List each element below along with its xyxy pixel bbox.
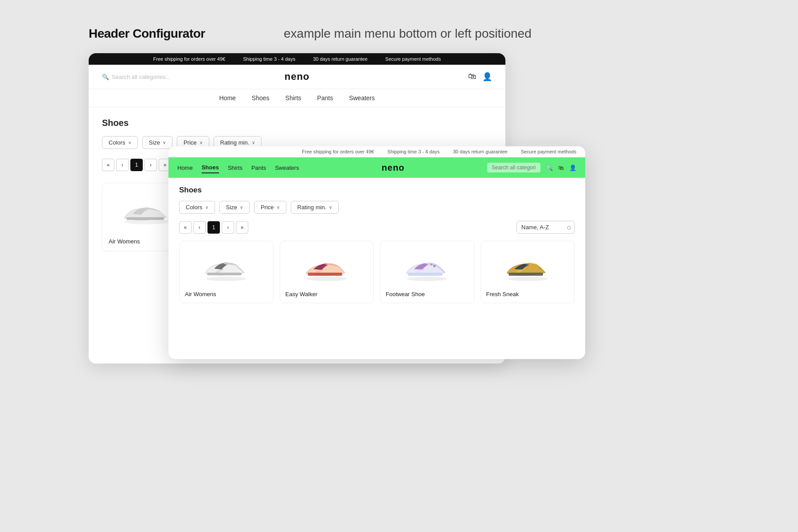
product-card-3[interactable]: Fresh Sneak — [481, 241, 575, 303]
product-card-2[interactable]: Footwear Shoe — [380, 241, 474, 303]
filter-size[interactable]: Size ∨ — [142, 136, 172, 149]
product-name-0: Air Womens — [185, 291, 268, 297]
nav-right: 🔍 🛍 👤 — [487, 163, 576, 172]
green-nav: Home Shoes Shirts Pants Sweaters neno 🔍 … — [168, 157, 585, 178]
product-img-3 — [486, 246, 569, 286]
banner-item-2: Shipping time 3 - 4 days — [243, 56, 295, 62]
info-4: Secure payment methods — [521, 149, 576, 154]
nav-home[interactable]: Home — [219, 94, 235, 102]
user-icon[interactable]: 👤 — [482, 72, 492, 82]
front-user-icon[interactable]: 👤 — [569, 164, 576, 171]
size-arrow: ∨ — [163, 140, 166, 145]
filter-colors[interactable]: Colors ∨ — [102, 136, 138, 149]
page-title-left: Header Configurator — [89, 27, 205, 41]
front-page-current[interactable]: 1 — [207, 221, 220, 234]
svg-rect-1 — [126, 217, 164, 220]
front-search-icon[interactable]: 🔍 — [546, 164, 553, 171]
logo: neno — [232, 71, 362, 82]
shoe-svg — [120, 196, 173, 227]
info-bar: Free shipping for orders over 49€ Shippi… — [168, 146, 585, 157]
banner-item-4: Secure payment methods — [385, 56, 441, 62]
search-icon: 🔍 — [102, 74, 109, 80]
nav-shoes-front[interactable]: Shoes — [202, 162, 219, 173]
front-cart-icon[interactable]: 🛍 — [558, 164, 564, 171]
page-next[interactable]: › — [145, 159, 157, 171]
front-filter-price[interactable]: Price ∨ — [254, 201, 286, 214]
nav-sweaters[interactable]: Sweaters — [349, 94, 375, 102]
svg-point-2 — [206, 277, 246, 281]
front-sort-wrapper[interactable]: Name, A-Z Name, Z-A Price Low-High Price… — [516, 221, 575, 234]
nav-pants-front[interactable]: Pants — [251, 163, 266, 173]
top-banner: Free shipping for orders over 49€ Shippi… — [89, 53, 505, 65]
front-page-next[interactable]: › — [222, 221, 234, 234]
front-colors-arrow: ∨ — [205, 205, 208, 210]
product-name-2: Footwear Shoe — [386, 291, 469, 297]
front-filter-rating[interactable]: Rating min. ∨ — [291, 201, 339, 214]
product-name-1: Easy Walker — [286, 291, 368, 297]
banner-item-1: Free shipping for orders over 49€ — [153, 56, 226, 62]
front-filter-size[interactable]: Size ∨ — [219, 201, 250, 214]
page-first[interactable]: « — [102, 159, 114, 171]
rating-arrow: ∨ — [252, 140, 255, 145]
svg-rect-3 — [207, 273, 242, 275]
front-filters: Colors ∨ Size ∨ Price ∨ Rating min. ∨ — [179, 201, 575, 214]
front-rating-arrow: ∨ — [329, 205, 332, 210]
page-title: Shoes — [102, 118, 492, 128]
front-price-arrow: ∨ — [277, 205, 280, 210]
nav-pants[interactable]: Pants — [317, 94, 333, 102]
info-3: 30 days return guarantee — [453, 149, 508, 154]
front-page-title: Shoes — [179, 186, 575, 195]
main-nav: Home Shoes Shirts Pants Sweaters — [89, 89, 505, 107]
colors-arrow: ∨ — [128, 140, 131, 145]
nav-shirts-front[interactable]: Shirts — [228, 163, 243, 173]
front-search-input[interactable] — [487, 163, 540, 172]
page-title-right: example main menu bottom or left positio… — [284, 27, 532, 41]
banner-item-3: 30 days return guarantee — [313, 56, 368, 62]
product-card-0[interactable]: Air Womens — [179, 241, 274, 303]
products-grid: Air Womens Easy Walker — [179, 241, 575, 303]
nav-links: Home Shoes Shirts Pants Sweaters — [177, 162, 299, 173]
front-content: Shoes Colors ∨ Size ∨ Price ∨ Rating min… — [168, 178, 585, 311]
front-pagination-sort: « ‹ 1 › » Name, A-Z Name, Z-A Price Low-… — [179, 221, 575, 234]
front-page-first[interactable]: « — [179, 221, 192, 234]
product-1-svg — [302, 249, 351, 284]
product-img-2 — [386, 246, 469, 286]
pagination: « ‹ 1 › » — [102, 159, 171, 171]
page-prev[interactable]: ‹ — [116, 159, 129, 171]
front-page-prev[interactable]: ‹ — [193, 221, 206, 234]
product-0-svg — [202, 249, 250, 284]
front-filter-colors[interactable]: Colors ∨ — [179, 201, 215, 214]
product-img-1 — [286, 246, 368, 286]
cart-icon[interactable]: 🛍 — [468, 72, 476, 82]
front-pagination: « ‹ 1 › » — [179, 221, 248, 234]
front-sort-select[interactable]: Name, A-Z Name, Z-A Price Low-High Price… — [516, 221, 575, 234]
front-logo: neno — [299, 163, 487, 173]
product-card-1[interactable]: Easy Walker — [280, 241, 374, 303]
header-icons: 🛍 👤 — [362, 72, 492, 82]
svg-point-4 — [307, 277, 347, 281]
svg-point-10 — [508, 277, 548, 281]
svg-point-9 — [430, 264, 433, 266]
search-area[interactable]: 🔍 Search all categories... — [102, 74, 232, 80]
nav-shirts[interactable]: Shirts — [286, 94, 301, 102]
svg-rect-11 — [509, 273, 543, 276]
info-2: Shipping time 3 - 4 days — [387, 149, 440, 154]
svg-point-8 — [433, 265, 436, 267]
product-img-0 — [185, 246, 268, 286]
product-name-3: Fresh Sneak — [486, 291, 569, 297]
svg-rect-7 — [408, 273, 442, 276]
product-2-svg — [403, 249, 451, 284]
nav-shoes[interactable]: Shoes — [252, 94, 270, 102]
product-3-svg — [503, 249, 552, 284]
front-size-arrow: ∨ — [240, 205, 243, 210]
header: 🔍 Search all categories... neno 🛍 👤 — [89, 65, 505, 89]
info-1: Free shipping for orders over 49€ — [302, 149, 374, 154]
nav-sweaters-front[interactable]: Sweaters — [275, 163, 299, 173]
front-page-last[interactable]: » — [236, 221, 248, 234]
nav-home-front[interactable]: Home — [177, 163, 193, 173]
price-arrow: ∨ — [200, 140, 203, 145]
page-current[interactable]: 1 — [130, 159, 143, 171]
svg-rect-5 — [308, 273, 342, 276]
search-placeholder-text: Search all categories... — [112, 74, 170, 80]
svg-point-6 — [407, 277, 447, 281]
